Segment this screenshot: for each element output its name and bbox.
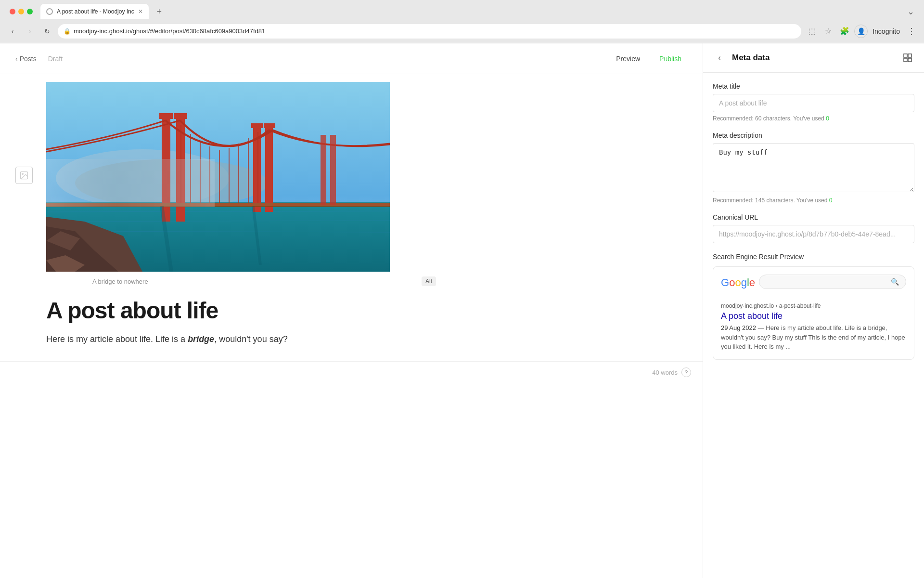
tab-title: A post about life - Moodjoy Inc xyxy=(57,8,134,15)
caption-text[interactable]: A bridge to nowhere xyxy=(92,278,148,285)
sidebar-header: ‹ Meta data xyxy=(703,43,924,73)
browser-close-dot[interactable] xyxy=(10,9,15,14)
editor-area: ‹ Posts Draft Preview Publish xyxy=(0,43,703,578)
meta-description-label: Meta description xyxy=(713,131,914,139)
meta-title-label: Meta title xyxy=(713,82,914,90)
lock-icon: 🔒 xyxy=(64,28,71,35)
meta-title-count: 0 xyxy=(826,115,829,122)
back-to-posts-link[interactable]: ‹ Posts xyxy=(15,55,37,63)
browser-chrome: A post about life - Moodjoy Inc ✕ + ⌄ ‹ … xyxy=(0,0,924,43)
feature-image xyxy=(46,82,390,272)
sidebar-panel: ‹ Meta data Meta title Recommended: 60 c… xyxy=(703,43,924,578)
word-count: 40 words xyxy=(652,369,678,376)
serp-preview-card: Google 🔍 moodjoy-inc.ghost.io › a-post-a… xyxy=(713,266,914,360)
back-label: Posts xyxy=(20,55,37,63)
serp-result-url: moodjoy-inc.ghost.io › a-post-about-life xyxy=(721,302,906,309)
back-navigation-button[interactable]: ‹ xyxy=(6,25,19,38)
sidebar-panel-title: Meta data xyxy=(732,53,895,63)
svg-rect-37 xyxy=(904,54,907,57)
svg-rect-38 xyxy=(908,54,911,57)
meta-title-input[interactable] xyxy=(713,94,914,112)
sidebar-back-button[interactable]: ‹ xyxy=(713,51,726,65)
svg-point-1 xyxy=(22,173,24,175)
post-excerpt[interactable]: Here is my article about life. Life is a… xyxy=(46,332,656,346)
back-arrow-icon: ‹ xyxy=(15,55,18,63)
meta-description-hint-text: Recommended: 145 characters. You've used xyxy=(713,197,827,204)
meta-title-hint: Recommended: 60 characters. You've used … xyxy=(713,115,914,122)
serp-dash: — xyxy=(758,324,766,331)
browser-menu-button[interactable]: ⋮ xyxy=(905,25,918,38)
address-bar[interactable]: 🔒 moodjoy-inc.ghost.io/ghost/#/editor/po… xyxy=(58,24,801,39)
browser-minimize-dot[interactable] xyxy=(18,9,24,14)
extensions-icon[interactable]: 🧩 xyxy=(838,25,851,38)
image-caption-area: A bridge to nowhere Alt xyxy=(92,274,436,289)
serp-section: Search Engine Result Preview Google 🔍 mo… xyxy=(713,253,914,360)
sidebar-layout-button[interactable] xyxy=(901,51,914,65)
svg-rect-19 xyxy=(251,123,263,128)
svg-rect-20 xyxy=(264,123,275,128)
forward-navigation-button[interactable]: › xyxy=(23,25,37,38)
meta-description-group: Meta description Recommended: 145 charac… xyxy=(713,131,914,204)
excerpt-text-after: , wouldn't you say? xyxy=(214,334,288,344)
serp-date: 29 Aug 2022 xyxy=(721,324,756,331)
svg-rect-32 xyxy=(46,159,215,207)
help-icon[interactable]: ? xyxy=(681,368,691,377)
preview-button[interactable]: Preview xyxy=(610,52,646,66)
svg-rect-40 xyxy=(908,58,911,62)
svg-rect-18 xyxy=(265,125,273,212)
browser-maximize-dot[interactable] xyxy=(27,9,33,14)
bookmark-icon[interactable]: ☆ xyxy=(821,25,835,38)
canonical-url-group: Canonical URL xyxy=(713,213,914,243)
alt-text-button[interactable]: Alt xyxy=(422,276,436,286)
google-logo: Google xyxy=(721,276,755,289)
svg-rect-39 xyxy=(904,58,907,62)
serp-result-snippet: 29 Aug 2022 — Here is my article about l… xyxy=(721,323,906,352)
editor-footer: 40 words ? xyxy=(0,361,703,383)
publish-button[interactable]: Publish xyxy=(654,52,687,66)
excerpt-text-before: Here is my article about life. Life is a xyxy=(46,334,188,344)
app-layout: ‹ Posts Draft Preview Publish xyxy=(0,43,924,578)
google-search-input[interactable] xyxy=(766,278,887,286)
svg-rect-34 xyxy=(330,135,336,205)
canonical-url-input[interactable] xyxy=(713,225,914,243)
tab-close-button[interactable]: ✕ xyxy=(138,8,143,15)
editor-content: A bridge to nowhere Alt A post about lif… xyxy=(0,74,703,578)
tab-favicon xyxy=(46,8,53,15)
svg-rect-16 xyxy=(174,113,187,119)
browser-expand-button[interactable]: ⌄ xyxy=(907,6,918,17)
meta-title-group: Meta title Recommended: 60 characters. Y… xyxy=(713,82,914,122)
canonical-url-label: Canonical URL xyxy=(713,213,914,221)
image-wrapper xyxy=(46,82,390,274)
serp-result-title[interactable]: A post about life xyxy=(721,311,906,321)
serp-label: Search Engine Result Preview xyxy=(713,253,914,261)
meta-description-count: 0 xyxy=(829,197,833,204)
excerpt-bold: bridge xyxy=(188,334,214,344)
incognito-label: Incognito xyxy=(871,27,902,35)
new-tab-button[interactable]: + xyxy=(153,5,166,18)
meta-description-input[interactable] xyxy=(713,143,914,192)
google-search-icon: 🔍 xyxy=(891,278,899,286)
draft-status-badge: Draft xyxy=(48,55,63,63)
browser-tab[interactable]: A post about life - Moodjoy Inc ✕ xyxy=(40,4,149,19)
image-placeholder-icon[interactable] xyxy=(15,167,33,184)
profile-icon[interactable]: 👤 xyxy=(854,25,868,38)
svg-rect-15 xyxy=(159,113,173,119)
url-text: moodjoy-inc.ghost.io/ghost/#/editor/post… xyxy=(74,27,265,35)
editor-header: ‹ Posts Draft Preview Publish xyxy=(0,43,703,74)
reload-button[interactable]: ↻ xyxy=(40,25,54,38)
google-search-bar: 🔍 xyxy=(759,275,906,289)
meta-description-hint: Recommended: 145 characters. You've used… xyxy=(713,197,914,204)
feature-image-container: A bridge to nowhere Alt xyxy=(0,82,703,289)
meta-title-hint-text: Recommended: 60 characters. You've used xyxy=(713,115,824,122)
post-title[interactable]: A post about life xyxy=(46,297,656,325)
post-content-area: A post about life Here is my article abo… xyxy=(0,289,703,361)
sidebar-body: Meta title Recommended: 60 characters. Y… xyxy=(703,73,924,578)
cast-icon[interactable]: ⬚ xyxy=(805,25,819,38)
google-header: Google 🔍 xyxy=(721,275,906,297)
svg-rect-33 xyxy=(321,135,326,205)
